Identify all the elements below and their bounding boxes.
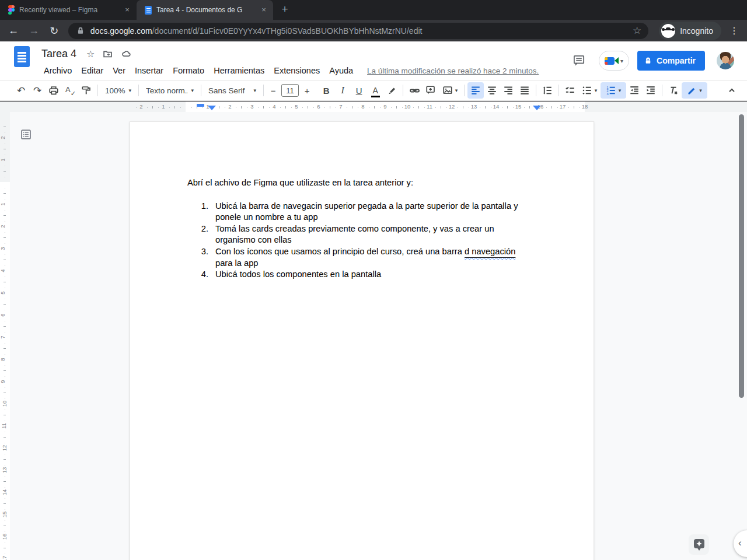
print-button[interactable] [46,82,62,99]
redo-button[interactable]: ↷ [29,82,46,99]
open-comments-icon[interactable] [573,54,586,68]
reload-button[interactable]: ↻ [47,24,61,37]
tab-docs[interactable]: Tarea 4 - Documentos de G × [137,0,273,20]
bookmark-star-icon[interactable]: ☆ [633,24,641,37]
font-size-input[interactable]: 11 [281,84,299,97]
spellcheck-suggestion-text[interactable]: d navegación [465,247,515,256]
back-button[interactable]: ← [6,24,20,37]
increase-indent-button[interactable] [643,82,659,99]
align-center-button[interactable] [484,82,500,99]
ruler-number: 2 [139,103,142,110]
menu-ayuda[interactable]: Ayuda [324,65,358,76]
decrease-indent-button[interactable] [626,82,643,99]
ruler-tick [152,106,153,108]
checklist-button[interactable] [562,82,578,99]
increase-font-size-button[interactable]: + [301,82,313,99]
meet-icon [605,56,619,66]
undo-button[interactable]: ↶ [13,82,29,99]
new-tab-button[interactable]: + [277,2,293,18]
text-color-button[interactable]: A [367,82,383,99]
meet-button[interactable]: ▾ [599,51,629,71]
paragraph-style-select[interactable]: Texto norm... ▾ [142,82,198,99]
underline-button[interactable]: U [351,82,367,99]
ruler-tick [5,310,5,310]
docs-menubar: ArchivoEditarVerInsertarFormatoHerramien… [39,65,539,76]
account-avatar[interactable] [717,52,734,69]
ruler-tick [374,106,375,108]
font-select[interactable]: Sans Serif ▾ [204,82,260,99]
bold-button[interactable]: B [318,82,334,99]
hide-menus-button[interactable] [724,82,740,99]
tab-figma[interactable]: Recently viewed – Figma × [0,0,137,20]
bulleted-list-icon [582,85,592,96]
tab-close-icon[interactable]: × [123,5,132,15]
ruler-tick [4,326,6,327]
first-line-indent-marker[interactable] [197,104,204,107]
ruler-tick [485,106,486,108]
svg-text:3: 3 [606,92,608,96]
vertical-scrollbar[interactable] [739,114,744,398]
menu-insertar[interactable]: Insertar [130,65,168,76]
menu-formato[interactable]: Formato [168,65,209,76]
right-indent-marker[interactable] [533,106,541,110]
align-right-button[interactable] [500,82,516,99]
explore-button[interactable] [689,534,709,555]
doc-intro-paragraph: Abrí el achivo de Figma que utilizaste e… [187,177,549,189]
menu-ver[interactable]: Ver [108,65,130,76]
align-center-icon [487,85,497,96]
italic-button[interactable]: I [334,82,351,99]
numbered-list-button[interactable]: 1 2 3 ▾ [601,82,626,99]
document-outline-icon [20,128,32,141]
insert-image-button[interactable]: ▾ [439,82,461,99]
doc-list-item: 3.Con los íconos que usamos al principio… [187,246,549,269]
forward-button[interactable]: → [27,24,41,37]
ruler-tick [469,107,469,108]
browser-menu-button[interactable]: ⋮ [729,25,739,36]
last-edit-status[interactable]: La última modificación se realizó hace 2… [367,65,539,76]
highlight-color-button[interactable] [383,82,400,99]
menu-herramientas[interactable]: Herramientas [209,65,269,76]
ruler-tick [258,107,259,108]
menu-archivo[interactable]: Archivo [39,65,76,76]
bulleted-list-button[interactable]: ▾ [578,82,601,99]
list-item-text: Ubicá la barra de navegacin superior peg… [215,201,530,223]
ruler-tick [5,254,5,255]
spellcheck-button[interactable]: A✓ [62,82,78,99]
paint-format-button[interactable] [78,82,95,99]
ruler-tick [369,107,369,108]
ruler-tick [5,454,5,454]
horizontal-ruler[interactable]: 21123456789101112131415161718 [0,102,747,112]
show-outline-button[interactable] [18,126,34,142]
line-spacing-button[interactable] [539,82,556,99]
doc-title[interactable]: Tarea 4 [41,48,76,60]
ruler-tick [5,398,5,399]
vertical-ruler[interactable]: 211234567891011121314151617 [0,112,10,560]
docs-logo-icon[interactable] [14,46,30,67]
editing-mode-button[interactable]: ▾ [682,82,707,99]
document-body[interactable]: Abrí el achivo de Figma que utilizaste e… [187,177,549,281]
insert-link-button[interactable] [406,82,423,99]
align-left-button[interactable] [467,82,484,99]
clear-formatting-button[interactable] [665,82,682,99]
decrease-font-size-button[interactable]: − [267,82,280,99]
add-comment-button[interactable] [423,82,439,99]
menu-editar[interactable]: Editar [76,65,108,76]
ruler-tick [529,106,530,108]
list-number: 4. [187,269,208,281]
cloud-status-icon[interactable] [121,49,132,59]
highlighter-icon [386,85,397,96]
collapse-side-panel-button[interactable]: ‹ [734,530,747,557]
tab-close-icon[interactable]: × [259,5,268,15]
share-button[interactable]: Compartir [637,51,705,71]
move-folder-icon[interactable] [103,49,113,59]
menu-extensiones[interactable]: Extensiones [269,65,324,76]
ruler-number: 1 [0,202,6,205]
address-bar[interactable]: docs.google.com /document/d/1uFicv0E0YyY… [68,23,648,39]
ruler-tick [4,215,6,216]
document-page[interactable]: Abrí el achivo de Figma que utilizaste e… [130,121,594,560]
zoom-select[interactable]: 100% ▾ [101,82,135,99]
left-indent-marker[interactable] [208,106,216,110]
ruler-tick [524,107,525,108]
justify-button[interactable] [516,82,533,99]
star-doc-icon[interactable]: ☆ [86,48,95,60]
